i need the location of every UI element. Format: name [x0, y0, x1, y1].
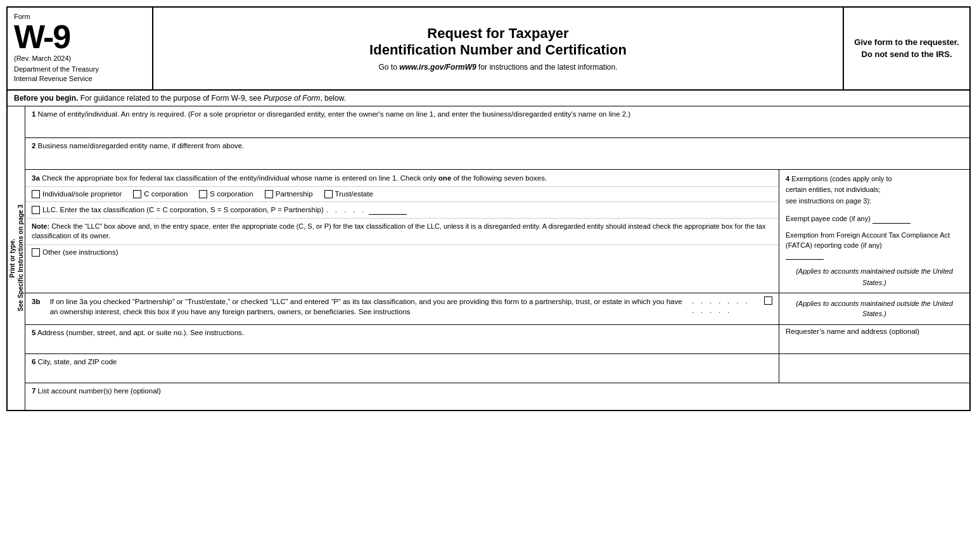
checkbox-partnership[interactable]: Partnership: [265, 190, 313, 198]
fatca-input[interactable]: [786, 250, 824, 260]
fatca-label: Exemption from Foreign Account Tax Compl…: [786, 231, 950, 248]
line7-label: 7 List account number(s) here (optional): [32, 386, 963, 396]
give-form-text: Give form to the requester. Do not send …: [852, 36, 962, 61]
checkbox-partnership-label: Partnership: [276, 190, 313, 198]
section3b-left: 3b If on line 3a you checked “Partnershi…: [25, 293, 779, 324]
line5-row: 5 Address (number, street, and apt. or s…: [25, 325, 969, 354]
checkbox-individual[interactable]: Individual/sole proprietor: [32, 190, 122, 198]
other-row: Other (see instructions): [25, 245, 779, 260]
rev-date: (Rev. March 2024): [14, 54, 146, 62]
exempt-payee-label: Exempt payee code (if any): [786, 215, 871, 222]
note-row: Note: Check the “LLC” box above and, in …: [25, 219, 779, 245]
checkbox-partnership-box[interactable]: [265, 190, 273, 198]
checkbox-s-corp-label: S corporation: [210, 190, 253, 198]
line1-input[interactable]: [32, 122, 963, 135]
line6-label: 6 City, state, and ZIP code: [32, 357, 772, 367]
llc-text: LLC. Enter the tax classification (C = C…: [42, 206, 324, 213]
other-label: Other (see instructions): [42, 248, 118, 256]
checkbox-3b-box[interactable]: [764, 296, 772, 305]
line2-row: 2 Business name/disregarded entity name,…: [25, 138, 969, 170]
w9-logo: W-9: [14, 20, 146, 53]
section3b-row: 3b If on line 3a you checked “Partnershi…: [25, 293, 969, 325]
line5-right: Requester’s name and address (optional): [779, 325, 969, 353]
requester-label: Requester’s name and address (optional): [786, 328, 919, 335]
checkbox-s-corp[interactable]: S corporation: [199, 190, 253, 198]
line1-label: 1 Name of entity/individual. An entry is…: [32, 109, 963, 119]
checkbox-individual-label: Individual/sole proprietor: [42, 190, 122, 198]
checkbox-c-corp[interactable]: C corporation: [133, 190, 188, 198]
exempt-payee-input[interactable]: [872, 214, 910, 224]
line5-label: 5 Address (number, street, and apt. or s…: [32, 328, 772, 338]
print-or-type: Print or type.See Specific Instructions …: [9, 205, 24, 311]
section3-left: 3a Check the appropriate box for federal…: [25, 170, 779, 293]
line6-right: [779, 354, 969, 383]
checkboxes-row: Individual/sole proprietor C corporation…: [25, 187, 779, 202]
checkbox-trust-label: Trust/estate: [335, 190, 373, 198]
dept-text: Department of the Treasury Internal Reve…: [14, 65, 146, 84]
checkbox-llc-box[interactable]: [32, 206, 40, 214]
before-begin-row: Before you begin. For guidance related t…: [8, 91, 969, 106]
checkbox-c-corp-label: C corporation: [144, 190, 188, 198]
checkbox-s-corp-box[interactable]: [199, 190, 207, 198]
llc-classification-input[interactable]: [369, 205, 407, 215]
checkbox-other-box[interactable]: [32, 248, 40, 257]
checkbox-individual-box[interactable]: [32, 190, 40, 198]
section3a-header: 3a Check the appropriate box for federal…: [25, 170, 779, 187]
applies-text: (Applies to accounts maintained outside …: [796, 267, 953, 286]
line6-left: 6 City, state, and ZIP code: [25, 354, 779, 383]
section3b-right: (Applies to accounts maintained outside …: [779, 293, 969, 324]
checkbox-trust[interactable]: Trust/estate: [324, 190, 373, 198]
checkbox-c-corp-box[interactable]: [133, 190, 141, 198]
line2-input[interactable]: [32, 153, 963, 167]
line5-left: 5 Address (number, street, and apt. or s…: [25, 325, 779, 353]
side-label: Print or type.See Specific Instructions …: [8, 106, 25, 410]
line7-input[interactable]: [32, 398, 963, 407]
llc-dots: . . . . .: [326, 206, 367, 213]
line1-row: 1 Name of entity/individual. An entry is…: [25, 106, 969, 138]
line5-input[interactable]: [32, 340, 772, 351]
sub-title: Identification Number and Certification: [166, 42, 830, 58]
llc-row: LLC. Enter the tax classification (C = C…: [25, 202, 779, 219]
line2-label: 2 Business name/disregarded entity name,…: [32, 141, 963, 151]
irs-url: Go to www.irs.gov/FormW9 for instruction…: [166, 63, 830, 72]
line6-row: 6 City, state, and ZIP code: [25, 354, 969, 383]
line7-row: 7 List account number(s) here (optional): [25, 383, 969, 410]
main-title: Request for Taxpayer: [166, 25, 830, 42]
section3-row: 3a Check the appropriate box for federal…: [25, 170, 969, 293]
section4-right: 4 Exemptions (codes apply only to certai…: [779, 170, 969, 293]
line6-input[interactable]: [32, 369, 772, 380]
checkbox-trust-box[interactable]: [324, 190, 333, 198]
